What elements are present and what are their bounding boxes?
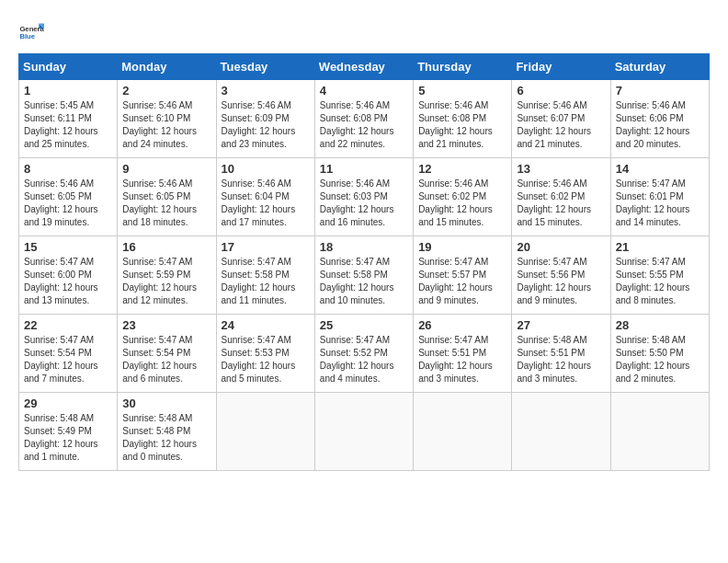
calendar-body: 1 Sunrise: 5:45 AMSunset: 6:11 PMDayligh…	[19, 80, 710, 471]
day-number: 28	[616, 318, 704, 332]
day-info: Sunrise: 5:46 AMSunset: 6:09 PMDaylight:…	[222, 99, 310, 151]
day-info: Sunrise: 5:47 AMSunset: 6:01 PMDaylight:…	[616, 178, 704, 229]
day-number: 18	[320, 240, 408, 254]
day-number: 19	[418, 240, 506, 254]
calendar-day-cell: 2 Sunrise: 5:46 AMSunset: 6:10 PMDayligh…	[118, 80, 216, 158]
calendar-day-cell: 11 Sunrise: 5:46 AMSunset: 6:03 PMDaylig…	[314, 158, 413, 236]
day-number: 29	[24, 396, 112, 410]
calendar-day-cell: 7 Sunrise: 5:46 AMSunset: 6:06 PMDayligh…	[610, 80, 709, 158]
calendar-header-row: SundayMondayTuesdayWednesdayThursdayFrid…	[19, 54, 710, 80]
calendar-day-cell: 23 Sunrise: 5:47 AMSunset: 5:54 PMDaylig…	[118, 315, 216, 393]
calendar-day-cell	[216, 393, 314, 471]
day-number: 8	[24, 162, 112, 176]
day-info: Sunrise: 5:46 AMSunset: 6:04 PMDaylight:…	[222, 178, 310, 229]
day-number: 15	[24, 240, 112, 254]
calendar-day-cell: 18 Sunrise: 5:47 AMSunset: 5:58 PMDaylig…	[314, 236, 413, 315]
calendar-header-sunday: Sunday	[19, 54, 118, 80]
calendar-day-cell	[414, 393, 512, 471]
calendar-day-cell: 5 Sunrise: 5:46 AMSunset: 6:08 PMDayligh…	[414, 80, 512, 158]
day-number: 12	[418, 162, 506, 176]
calendar-day-cell: 21 Sunrise: 5:47 AMSunset: 5:55 PMDaylig…	[610, 236, 709, 315]
day-number: 20	[517, 240, 605, 254]
day-number: 2	[122, 84, 210, 98]
calendar-day-cell: 19 Sunrise: 5:47 AMSunset: 5:57 PMDaylig…	[414, 236, 512, 315]
day-number: 22	[24, 318, 112, 332]
day-info: Sunrise: 5:47 AMSunset: 5:51 PMDaylight:…	[418, 334, 506, 385]
calendar-week-row: 29 Sunrise: 5:48 AMSunset: 5:49 PMDaylig…	[19, 393, 710, 471]
day-info: Sunrise: 5:47 AMSunset: 5:54 PMDaylight:…	[122, 334, 210, 385]
calendar-day-cell: 25 Sunrise: 5:47 AMSunset: 5:52 PMDaylig…	[314, 315, 413, 393]
day-info: Sunrise: 5:46 AMSunset: 6:02 PMDaylight:…	[517, 178, 605, 229]
day-number: 30	[122, 396, 210, 410]
calendar-week-row: 1 Sunrise: 5:45 AMSunset: 6:11 PMDayligh…	[19, 80, 710, 158]
day-info: Sunrise: 5:46 AMSunset: 6:08 PMDaylight:…	[320, 99, 408, 151]
day-info: Sunrise: 5:47 AMSunset: 5:52 PMDaylight:…	[320, 334, 408, 385]
calendar-day-cell	[610, 393, 709, 471]
calendar-day-cell: 27 Sunrise: 5:48 AMSunset: 5:51 PMDaylig…	[512, 315, 610, 393]
calendar-day-cell: 13 Sunrise: 5:46 AMSunset: 6:02 PMDaylig…	[512, 158, 610, 236]
day-number: 25	[320, 318, 408, 332]
day-info: Sunrise: 5:46 AMSunset: 6:07 PMDaylight:…	[517, 99, 605, 151]
calendar-day-cell: 24 Sunrise: 5:47 AMSunset: 5:53 PMDaylig…	[216, 315, 314, 393]
calendar-week-row: 15 Sunrise: 5:47 AMSunset: 6:00 PMDaylig…	[19, 236, 710, 315]
calendar-day-cell: 30 Sunrise: 5:48 AMSunset: 5:48 PMDaylig…	[118, 393, 216, 471]
day-number: 11	[320, 162, 408, 176]
day-info: Sunrise: 5:46 AMSunset: 6:03 PMDaylight:…	[320, 178, 408, 229]
day-number: 9	[122, 162, 210, 176]
calendar-header-thursday: Thursday	[414, 54, 512, 80]
day-number: 21	[616, 240, 704, 254]
day-info: Sunrise: 5:46 AMSunset: 6:05 PMDaylight:…	[24, 178, 112, 229]
calendar-day-cell: 17 Sunrise: 5:47 AMSunset: 5:58 PMDaylig…	[216, 236, 314, 315]
calendar-day-cell: 20 Sunrise: 5:47 AMSunset: 5:56 PMDaylig…	[512, 236, 610, 315]
day-info: Sunrise: 5:48 AMSunset: 5:51 PMDaylight:…	[517, 334, 605, 385]
calendar-week-row: 8 Sunrise: 5:46 AMSunset: 6:05 PMDayligh…	[19, 158, 710, 236]
day-info: Sunrise: 5:48 AMSunset: 5:49 PMDaylight:…	[24, 412, 112, 464]
day-info: Sunrise: 5:47 AMSunset: 5:59 PMDaylight:…	[122, 256, 210, 307]
day-number: 10	[222, 162, 310, 176]
day-info: Sunrise: 5:48 AMSunset: 5:50 PMDaylight:…	[616, 334, 704, 385]
day-info: Sunrise: 5:47 AMSunset: 5:55 PMDaylight:…	[616, 256, 704, 307]
calendar-day-cell: 29 Sunrise: 5:48 AMSunset: 5:49 PMDaylig…	[19, 393, 118, 471]
day-info: Sunrise: 5:46 AMSunset: 6:10 PMDaylight:…	[122, 99, 210, 151]
calendar-header-tuesday: Tuesday	[216, 54, 314, 80]
calendar-header-wednesday: Wednesday	[314, 54, 413, 80]
svg-text:Blue: Blue	[19, 32, 35, 40]
day-info: Sunrise: 5:47 AMSunset: 5:54 PMDaylight:…	[24, 334, 112, 385]
calendar-day-cell: 10 Sunrise: 5:46 AMSunset: 6:04 PMDaylig…	[216, 158, 314, 236]
day-number: 1	[24, 84, 112, 98]
calendar-day-cell: 28 Sunrise: 5:48 AMSunset: 5:50 PMDaylig…	[610, 315, 709, 393]
day-number: 26	[418, 318, 506, 332]
calendar-day-cell: 14 Sunrise: 5:47 AMSunset: 6:01 PMDaylig…	[610, 158, 709, 236]
day-info: Sunrise: 5:46 AMSunset: 6:08 PMDaylight:…	[418, 99, 506, 151]
calendar-day-cell: 12 Sunrise: 5:46 AMSunset: 6:02 PMDaylig…	[414, 158, 512, 236]
calendar-day-cell: 16 Sunrise: 5:47 AMSunset: 5:59 PMDaylig…	[118, 236, 216, 315]
day-number: 16	[122, 240, 210, 254]
day-number: 3	[222, 84, 310, 98]
day-number: 23	[122, 318, 210, 332]
day-info: Sunrise: 5:47 AMSunset: 5:53 PMDaylight:…	[222, 334, 310, 385]
day-number: 24	[222, 318, 310, 332]
day-info: Sunrise: 5:46 AMSunset: 6:05 PMDaylight:…	[122, 178, 210, 229]
calendar-day-cell: 9 Sunrise: 5:46 AMSunset: 6:05 PMDayligh…	[118, 158, 216, 236]
calendar-day-cell: 4 Sunrise: 5:46 AMSunset: 6:08 PMDayligh…	[314, 80, 413, 158]
calendar-day-cell: 3 Sunrise: 5:46 AMSunset: 6:09 PMDayligh…	[216, 80, 314, 158]
day-info: Sunrise: 5:47 AMSunset: 5:56 PMDaylight:…	[517, 256, 605, 307]
calendar-day-cell: 6 Sunrise: 5:46 AMSunset: 6:07 PMDayligh…	[512, 80, 610, 158]
logo: General Blue	[18, 18, 48, 44]
calendar-day-cell	[512, 393, 610, 471]
day-info: Sunrise: 5:48 AMSunset: 5:48 PMDaylight:…	[122, 412, 210, 464]
day-info: Sunrise: 5:45 AMSunset: 6:11 PMDaylight:…	[24, 99, 112, 151]
day-number: 27	[517, 318, 605, 332]
calendar-header-saturday: Saturday	[610, 54, 709, 80]
day-number: 4	[320, 84, 408, 98]
calendar-day-cell: 15 Sunrise: 5:47 AMSunset: 6:00 PMDaylig…	[19, 236, 118, 315]
calendar-day-cell: 26 Sunrise: 5:47 AMSunset: 5:51 PMDaylig…	[414, 315, 512, 393]
calendar-header-monday: Monday	[118, 54, 216, 80]
calendar-header-friday: Friday	[512, 54, 610, 80]
day-number: 13	[517, 162, 605, 176]
day-number: 5	[418, 84, 506, 98]
day-info: Sunrise: 5:47 AMSunset: 5:58 PMDaylight:…	[222, 256, 310, 307]
day-info: Sunrise: 5:47 AMSunset: 6:00 PMDaylight:…	[24, 256, 112, 307]
calendar-table: SundayMondayTuesdayWednesdayThursdayFrid…	[18, 53, 710, 471]
calendar-day-cell: 8 Sunrise: 5:46 AMSunset: 6:05 PMDayligh…	[19, 158, 118, 236]
